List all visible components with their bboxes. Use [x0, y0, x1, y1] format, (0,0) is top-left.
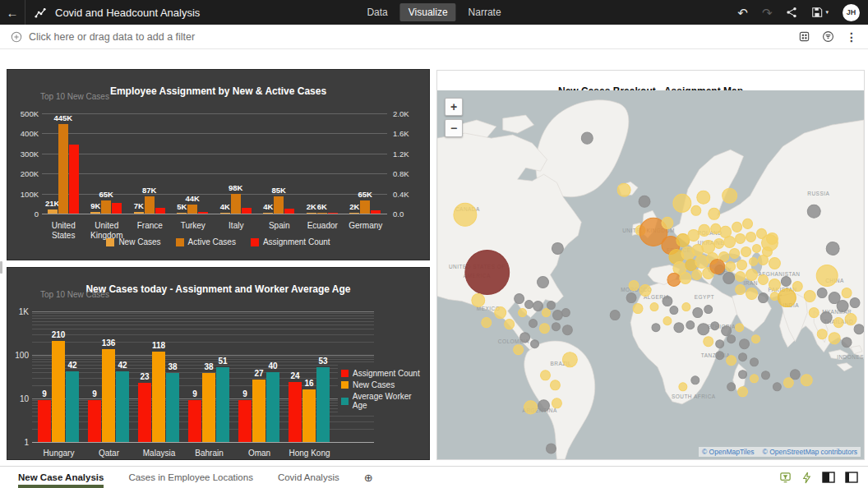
bar-active-cases[interactable] [101, 200, 111, 214]
map-bubble-yellow[interactable] [833, 318, 843, 328]
map-bubble-gray[interactable] [739, 371, 747, 379]
panel-employee-assignment-chart[interactable]: Employee Assignment by New & Active Case… [7, 69, 430, 260]
map-bubble-yellow[interactable] [541, 371, 551, 380]
map-bubble-gray[interactable] [538, 277, 549, 288]
bar-active-cases[interactable] [187, 205, 197, 214]
panel-new-cases-age-chart[interactable]: New Cases today - Assignment and Worker … [7, 267, 430, 460]
map-bubble-gray[interactable] [515, 294, 524, 304]
map-bubble-gray[interactable] [781, 277, 791, 287]
map-bubble-gray[interactable] [652, 324, 660, 332]
map-bubble-yellow[interactable] [829, 333, 840, 344]
map-bubble-yellow[interactable] [809, 308, 819, 318]
tab-narrate[interactable]: Narrate [460, 3, 510, 21]
bar-new-cases[interactable] [307, 213, 316, 214]
map-bubble-yellow[interactable] [746, 269, 758, 280]
map-bubble-gray[interactable] [581, 132, 593, 144]
map-bubble-gray[interactable] [552, 323, 560, 331]
map-bubble-yellow[interactable] [736, 324, 744, 332]
bar-new-cases[interactable] [177, 213, 187, 214]
canvas-filter-icon[interactable] [779, 472, 792, 484]
back-button[interactable]: ← [0, 0, 25, 25]
map-bubble-gray[interactable] [727, 335, 736, 343]
bar-new-cases[interactable] [302, 389, 316, 442]
bar-assignment-count[interactable] [155, 208, 165, 214]
map-bubble-yellow[interactable] [752, 335, 760, 343]
attribution-openstreetmap[interactable]: © OpenStreetMap contributors [763, 448, 857, 456]
map-bubble-yellow[interactable] [724, 236, 736, 247]
map-bubble-yellow[interactable] [842, 288, 852, 298]
data-settings-icon[interactable] [798, 30, 810, 43]
legend-item[interactable]: Active Cases [176, 237, 236, 246]
map-bubble-yellow[interactable] [736, 233, 746, 243]
map-bubble-yellow[interactable] [617, 183, 630, 196]
map-bubble-yellow[interactable] [514, 345, 524, 355]
bar-assignment-count[interactable] [188, 400, 201, 442]
bar-assignment-count[interactable] [112, 203, 122, 214]
map-bubble-gray[interactable] [716, 352, 724, 360]
map-bubble-yellow[interactable] [816, 265, 838, 286]
map-bubble-gray[interactable] [533, 302, 543, 311]
map-bubble-yellow[interactable] [769, 257, 780, 269]
map-bubble-yellow[interactable] [495, 307, 506, 319]
map-bubble-gray[interactable] [639, 196, 650, 207]
map-bubble-gray[interactable] [531, 340, 539, 348]
bar-new-cases[interactable] [202, 373, 215, 442]
legend-item[interactable]: Assignment Count [251, 237, 330, 246]
auto-insights-icon[interactable] [801, 472, 812, 484]
bar-assignment-count[interactable] [328, 213, 338, 214]
canvas-tab-new-case-analysis[interactable]: New Case Analysis [18, 467, 104, 488]
map-bubble-yellow[interactable] [817, 329, 827, 339]
map-bubble-yellow[interactable] [761, 234, 778, 251]
bar-active-cases[interactable] [58, 124, 68, 214]
map-bubble-yellow[interactable] [519, 309, 527, 317]
map-bubble-gray[interactable] [807, 205, 820, 218]
map-bubble-gray[interactable] [610, 311, 620, 320]
map-bubble-gray[interactable] [826, 242, 839, 255]
map-bubble-gray[interactable] [552, 242, 563, 254]
map-bubble-gray[interactable] [773, 383, 781, 391]
tab-visualize[interactable]: Visualize [400, 3, 456, 21]
bar-average-worker-age[interactable] [166, 373, 179, 442]
map-bubble-gray[interactable] [716, 340, 724, 348]
map-bubble-gray[interactable] [704, 306, 713, 314]
map-bubble-gray[interactable] [552, 311, 562, 320]
map-bubble-yellow[interactable] [562, 352, 577, 367]
map-bubble-yellow[interactable] [691, 205, 701, 215]
bar-assignment-count[interactable] [238, 400, 252, 442]
map-bubble-gray[interactable] [520, 333, 530, 343]
map-bubble-yellow[interactable] [792, 282, 802, 292]
map-bubble-gray[interactable] [562, 325, 572, 335]
map-bubble-gray[interactable] [686, 321, 695, 329]
map-bubble-yellow[interactable] [629, 281, 639, 291]
map-bubble-yellow[interactable] [505, 320, 515, 329]
map-bubble-orange[interactable] [710, 259, 725, 274]
bar-active-cases[interactable] [274, 196, 284, 214]
pinned-filters-icon[interactable] [822, 30, 834, 43]
map-bubble-gray[interactable] [698, 324, 709, 335]
map-bubble-yellow[interactable] [738, 387, 748, 397]
bar-assignment-count[interactable] [242, 208, 252, 214]
bar-new-cases[interactable] [48, 209, 58, 214]
bar-assignment-count[interactable] [38, 400, 51, 442]
map-bubble-yellow[interactable] [682, 303, 690, 311]
redo-icon[interactable]: ↷ [762, 7, 773, 19]
map-bubble-maroon[interactable] [465, 250, 510, 294]
map-bubble-gray[interactable] [854, 325, 864, 334]
bar-assignment-count[interactable] [289, 382, 302, 442]
bar-average-worker-age[interactable] [66, 371, 79, 442]
map-bubble-yellow[interactable] [695, 255, 709, 268]
map-bubble-gray[interactable] [546, 444, 556, 453]
bar-new-cases[interactable] [52, 341, 65, 442]
map-bubble-yellow[interactable] [743, 219, 753, 228]
map-bubble-yellow[interactable] [723, 188, 737, 203]
map-bubble-yellow[interactable] [769, 279, 780, 291]
panel-assignment-map[interactable]: New Cases Breakout - Assignment Map [436, 70, 865, 460]
map-bubble-yellow[interactable] [727, 356, 736, 366]
map-bubble-yellow[interactable] [750, 375, 759, 383]
bar-average-worker-age[interactable] [316, 367, 330, 442]
map-bubble-yellow[interactable] [730, 248, 740, 258]
bar-active-cases[interactable] [145, 196, 155, 214]
map-bubble-gray[interactable] [842, 338, 852, 348]
map-bubble-yellow[interactable] [702, 240, 715, 253]
tab-data[interactable]: Data [358, 3, 395, 21]
